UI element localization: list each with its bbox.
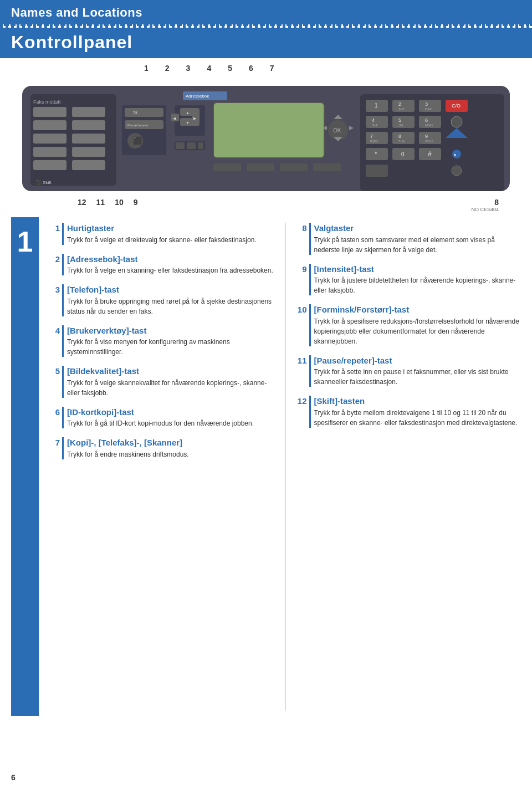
svg-rect-33 [176, 142, 185, 149]
top-num-1: 1 [144, 64, 149, 73]
svg-text:OK: OK [333, 127, 341, 134]
item-content-7: [Kopi]-, [Telefaks]-, [Skanner] Trykk fo… [67, 437, 274, 459]
item-content-8: Valgtaster Trykk på tasten som samsvarer… [314, 223, 521, 255]
svg-text:C/O: C/O [452, 103, 461, 109]
svg-rect-4 [72, 107, 105, 117]
item-bar-1 [62, 223, 64, 245]
svg-text:⬛ Skift: ⬛ Skift [36, 180, 52, 185]
item-number-6: 6 [50, 407, 62, 418]
col-right: 8 Valgtaster Trykk på tasten som samsvar… [297, 223, 521, 710]
item-desc-7: Trykk for å endre maskinens driftsmodus. [67, 449, 274, 459]
list-item: 6 [ID-kortkopi]-tast Trykk for å gå til … [50, 407, 274, 429]
svg-text:DEF: DEF [425, 108, 432, 111]
item-bar-4 [62, 325, 64, 357]
svg-text:6: 6 [425, 117, 428, 123]
svg-text:▼: ▼ [186, 121, 190, 125]
item-bar-8 [309, 223, 311, 255]
item-desc-4: Trykk for å vise menyen for konfigurerin… [67, 337, 274, 357]
svg-point-67 [451, 116, 462, 127]
machine-image: Faks mottatt ⬛ Skift Adressebok [17, 75, 515, 197]
svg-text:PQRS: PQRS [370, 140, 378, 143]
top-num-6: 6 [249, 64, 253, 73]
left-sidebar: 1 [11, 217, 39, 716]
item-bar-5 [62, 366, 64, 398]
item-title-5: [Bildekvalitet]-tast [67, 366, 274, 377]
item-bar-2 [62, 254, 64, 276]
svg-rect-34 [187, 142, 196, 149]
item-desc-5: Trykk for å velge skannekvalitet for nåv… [67, 378, 274, 398]
svg-text:▲: ▲ [186, 111, 190, 115]
code-label: NO CES404 [17, 207, 515, 212]
svg-rect-35 [198, 142, 203, 149]
svg-rect-87 [366, 165, 388, 177]
item-content-5: [Bildekvalitet]-tast Trykk for å velge s… [67, 366, 274, 398]
item-content-12: [Skift]-tasten Trykk for å bytte mellom … [314, 396, 521, 428]
item-content-2: [Adressebok]-tast Trykk for å velge en s… [67, 254, 274, 276]
col-left: 1 Hurtigtaster Trykk for å velge et dire… [50, 223, 274, 710]
item-title-1: Hurtigtaster [67, 223, 274, 234]
sidebar-number: 1 [17, 227, 33, 256]
top-numbers: 1 2 3 4 5 6 7 [17, 64, 515, 73]
item-desc-10: Trykk for å spesifisere reduksjons-/fors… [314, 316, 521, 346]
svg-rect-7 [33, 134, 66, 144]
item-content-9: [Intensitet]-tast Trykk for å justere bi… [314, 264, 521, 296]
item-content-11: [Pause/repeter]-tast Trykk for å sette i… [314, 355, 521, 387]
svg-rect-12 [72, 160, 105, 170]
top-num-7: 7 [270, 64, 274, 73]
svg-text:9: 9 [425, 134, 428, 139]
item-number-1: 1 [50, 223, 62, 234]
list-item: 5 [Bildekvalitet]-tast Trykk for å velge… [50, 366, 274, 398]
bottom-num-11: 11 [96, 198, 105, 207]
list-item: 3 [Telefon]-tast Trykk for å bruke oppri… [50, 284, 274, 316]
item-title-2: [Adressebok]-tast [67, 254, 274, 265]
svg-text:MNO: MNO [425, 124, 433, 127]
svg-rect-36 [213, 103, 324, 158]
item-desc-1: Trykk for å velge et direktevalg for ska… [67, 235, 274, 245]
two-col-layout: 1 Hurtigtaster Trykk for å velge et dire… [50, 217, 521, 716]
item-title-7: [Kopi]-, [Telefaks]-, [Skanner] [67, 437, 274, 448]
svg-text:GHI: GHI [372, 124, 378, 127]
svg-rect-10 [72, 147, 105, 157]
svg-rect-45 [280, 163, 308, 171]
svg-rect-44 [247, 163, 274, 171]
item-title-12: [Skift]-tasten [314, 396, 521, 407]
section-title: Kontrollpanel [11, 32, 521, 53]
item-bar-10 [309, 304, 311, 346]
svg-text:3: 3 [425, 101, 428, 107]
top-num-3: 3 [186, 64, 191, 73]
diagram-area: 1 2 3 4 5 6 7 Faks mottatt [0, 58, 532, 217]
item-desc-6: Trykk for å gå til ID-kort kopi-modus fo… [67, 418, 274, 428]
svg-text:Adressebok: Adressebok [186, 94, 209, 99]
item-title-9: [Intensitet]-tast [314, 264, 521, 275]
svg-rect-9 [33, 147, 66, 157]
item-bar-12 [309, 396, 311, 428]
list-item: 7 [Kopi]-, [Telefaks]-, [Skanner] Trykk … [50, 437, 274, 459]
item-desc-3: Trykk for å bruke oppringing med røret p… [67, 296, 274, 316]
bottom-num-8: 8 [494, 198, 499, 207]
list-item: 8 Valgtaster Trykk på tasten som samsvar… [297, 223, 521, 255]
item-title-11: [Pause/repeter]-tast [314, 355, 521, 366]
svg-text:7: 7 [370, 134, 373, 139]
list-item: 1 Hurtigtaster Trykk for å velge et dire… [50, 223, 274, 245]
list-item: 11 [Pause/repeter]-tast Trykk for å sett… [297, 355, 521, 387]
item-number-5: 5 [50, 366, 62, 377]
svg-rect-11 [33, 160, 66, 170]
top-num-4: 4 [207, 64, 211, 73]
svg-rect-6 [72, 120, 105, 130]
list-item: 2 [Adressebok]-tast Trykk for å velge en… [50, 254, 274, 276]
item-title-8: Valgtaster [314, 223, 521, 234]
item-desc-8: Trykk på tasten som samsvarer med et ele… [314, 235, 521, 255]
list-item: 9 [Intensitet]-tast Trykk for å justere … [297, 264, 521, 296]
svg-text:#: # [428, 150, 432, 158]
svg-rect-46 [313, 163, 341, 171]
item-bar-6 [62, 407, 64, 429]
svg-text:Faks mottatt: Faks mottatt [33, 99, 61, 105]
top-num-2: 2 [165, 64, 170, 73]
item-number-7: 7 [50, 437, 62, 448]
svg-text:JKL: JKL [398, 124, 405, 127]
item-content-4: [Brukerverktøy]-tast Trykk for å vise me… [67, 325, 274, 357]
bottom-numbers: 12 11 10 9 8 [17, 198, 515, 207]
header-bar: Names and Locations [0, 0, 532, 24]
svg-text:TUV: TUV [398, 140, 405, 143]
svg-text:·: · [405, 150, 405, 154]
